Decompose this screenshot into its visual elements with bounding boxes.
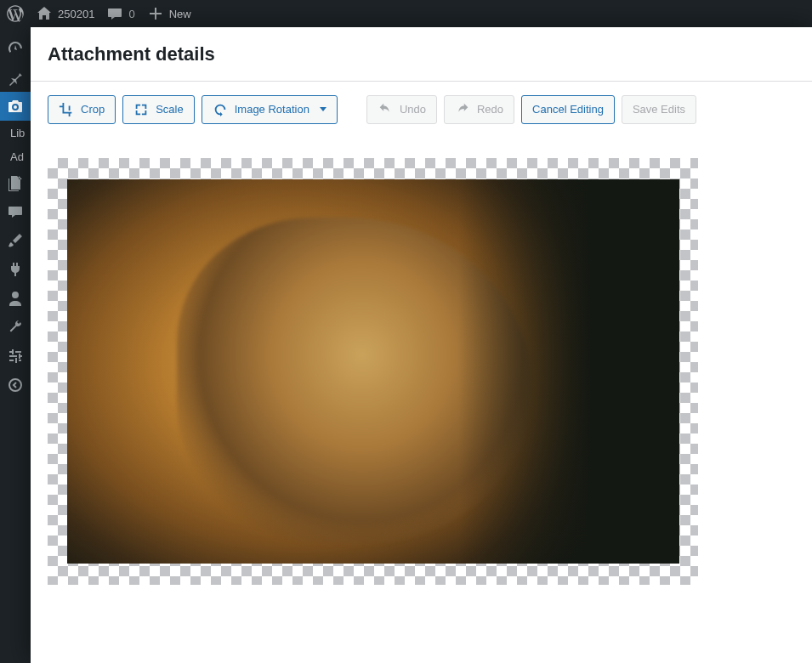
save-edits-button[interactable]: Save Edits xyxy=(622,95,696,124)
canvas-wrapper xyxy=(31,124,812,602)
sidebar-item-users[interactable] xyxy=(0,284,31,313)
comments-count: 0 xyxy=(128,8,134,20)
attachment-details-modal: Attachment details Crop Scale Image Rota… xyxy=(31,27,812,663)
scale-label: Scale xyxy=(156,103,184,116)
sidebar-item-tools[interactable] xyxy=(0,313,31,342)
cancel-editing-button[interactable]: Cancel Editing xyxy=(521,95,615,124)
save-label: Save Edits xyxy=(633,103,685,116)
sidebar-sub-add[interactable]: Ad xyxy=(0,144,31,168)
admin-bar: 250201 0 New xyxy=(0,0,812,27)
wp-logo-menu[interactable] xyxy=(7,5,24,22)
user-icon xyxy=(7,290,24,307)
redo-label: Redo xyxy=(477,103,503,116)
plug-icon xyxy=(7,261,24,278)
collapse-icon xyxy=(7,377,24,394)
sidebar-item-settings[interactable] xyxy=(0,342,31,371)
image-rotation-dropdown[interactable]: Image Rotation xyxy=(202,95,338,124)
sidebar-item-posts[interactable] xyxy=(0,63,31,92)
sidebar-item-plugins[interactable] xyxy=(0,255,31,284)
undo-label: Undo xyxy=(400,103,426,116)
undo-icon xyxy=(378,102,393,117)
sidebar-item-media[interactable] xyxy=(0,92,31,121)
scale-icon xyxy=(133,102,149,117)
camera-icon xyxy=(7,98,24,115)
crop-button[interactable]: Crop xyxy=(48,95,116,124)
rotate-icon xyxy=(213,102,228,117)
rotation-label: Image Rotation xyxy=(235,103,309,116)
site-title: 250201 xyxy=(58,8,94,20)
image-canvas[interactable] xyxy=(48,158,698,585)
sidebar-sub-library[interactable]: Lib xyxy=(0,121,31,144)
crop-icon xyxy=(59,102,74,117)
admin-sidebar: Lib Ad xyxy=(0,27,31,663)
comment-icon xyxy=(106,5,123,22)
modal-title: Attachment details xyxy=(48,42,795,67)
sidebar-item-collapse[interactable] xyxy=(0,371,31,400)
comments-link[interactable]: 0 xyxy=(106,5,134,22)
wrench-icon xyxy=(7,319,24,336)
sidebar-item-pages[interactable] xyxy=(0,168,31,197)
undo-button[interactable]: Undo xyxy=(366,95,437,124)
sidebar-item-comments[interactable] xyxy=(0,197,31,226)
sidebar-item-dashboard[interactable] xyxy=(0,34,31,63)
new-label: New xyxy=(169,8,191,20)
sidebar-item-appearance[interactable] xyxy=(0,226,31,255)
pages-icon xyxy=(7,174,24,191)
modal-header: Attachment details xyxy=(31,27,812,82)
gauge-icon xyxy=(7,40,24,57)
plus-icon xyxy=(147,5,164,22)
crop-label: Crop xyxy=(81,103,105,116)
redo-button[interactable]: Redo xyxy=(444,95,514,124)
new-content-link[interactable]: New xyxy=(147,5,191,22)
image-editor-toolbar: Crop Scale Image Rotation Undo Redo Canc… xyxy=(31,82,812,124)
comment-icon xyxy=(7,203,24,220)
chevron-down-icon xyxy=(320,107,327,111)
site-home-link[interactable]: 250201 xyxy=(36,5,94,22)
wordpress-icon xyxy=(7,5,24,22)
svg-point-0 xyxy=(9,379,21,391)
redo-icon xyxy=(455,102,470,117)
scale-button[interactable]: Scale xyxy=(122,95,195,124)
sliders-icon xyxy=(7,348,24,365)
brush-icon xyxy=(7,232,24,249)
home-icon xyxy=(36,5,53,22)
cancel-label: Cancel Editing xyxy=(532,103,604,116)
attachment-image xyxy=(67,179,679,564)
pin-icon xyxy=(7,69,24,86)
